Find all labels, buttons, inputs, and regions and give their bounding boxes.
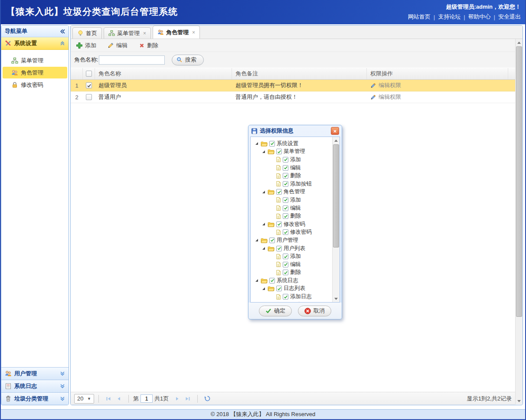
tree-checkbox[interactable] (283, 165, 288, 171)
tree-checkbox[interactable] (283, 173, 288, 179)
tree-checkbox[interactable] (269, 278, 275, 283)
tree-node[interactable]: 日志列表 (251, 285, 332, 293)
last-page-button[interactable] (183, 394, 193, 404)
tree-checkbox[interactable] (283, 181, 288, 187)
first-page-button[interactable] (103, 394, 114, 404)
prev-page-button[interactable] (114, 394, 124, 404)
tree-node[interactable]: 添加日志 (251, 293, 332, 301)
tree-checkbox[interactable] (269, 238, 275, 243)
sidebar-item-menu-management[interactable]: 菜单管理 (3, 55, 67, 66)
tree-node[interactable]: 删除 (251, 269, 332, 277)
tree-node[interactable]: 添加 (251, 252, 332, 260)
role-name-input[interactable] (99, 55, 165, 65)
chevron-up-icon[interactable] (60, 41, 65, 46)
dialog-titlebar[interactable]: 选择权限信息 × (250, 125, 340, 137)
tab-close-icon[interactable]: × (192, 29, 195, 36)
expand-arrow-icon[interactable] (255, 279, 259, 282)
expand-arrow-icon[interactable] (262, 222, 266, 226)
tree-checkbox[interactable] (269, 141, 275, 147)
tree-node-label[interactable]: 编辑 (290, 205, 301, 212)
main-scrollbar[interactable] (515, 39, 523, 404)
tree-node-label[interactable]: 系统日志 (277, 277, 298, 284)
tree-checkbox[interactable] (283, 157, 288, 163)
tree-node-label[interactable]: 日志列表 (284, 285, 305, 292)
tree-node[interactable]: 用户管理 (251, 236, 332, 244)
tree-node[interactable]: 系统设置 (251, 140, 332, 148)
tree-node-label[interactable]: 用户管理 (277, 237, 298, 244)
tree-checkbox[interactable] (276, 221, 282, 227)
table-row[interactable]: 1 超级管理员 超级管理员拥有一切权限！ 编辑权限 (71, 80, 515, 91)
expand-arrow-icon[interactable] (262, 287, 266, 290)
tree-node-label[interactable]: 编辑 (290, 164, 301, 172)
cancel-button[interactable]: 取消 (298, 306, 331, 316)
tree-node-label[interactable]: 菜单管理 (284, 148, 305, 155)
scrollbar-thumb[interactable] (333, 144, 339, 247)
tree-checkbox[interactable] (283, 302, 288, 303)
tree-node[interactable]: 删除 (251, 301, 332, 303)
refresh-icon[interactable] (202, 394, 212, 404)
tree-node[interactable]: 编辑 (251, 164, 332, 172)
dialog-scrollbar[interactable] (332, 137, 340, 302)
link-logout[interactable]: 安全退出 (498, 13, 521, 21)
tree-node[interactable]: 角色管理 (251, 188, 332, 196)
tree-node-label[interactable]: 添加 (290, 253, 301, 260)
tree-node-label[interactable]: 修改密码 (290, 228, 312, 236)
tree-node[interactable]: 编辑 (251, 204, 332, 212)
tree-checkbox[interactable] (276, 189, 282, 195)
tree-node-label[interactable]: 系统设置 (277, 140, 298, 147)
edit-permission-link[interactable]: 编辑权限 (370, 81, 401, 89)
edit-permission-link[interactable]: 编辑权限 (370, 93, 401, 101)
sidebar-section-garbage-classification[interactable]: 垃圾分类管理 (1, 392, 69, 405)
tree-node[interactable]: 菜单管理 (251, 148, 332, 156)
row-checkbox[interactable] (86, 82, 92, 88)
tree-checkbox[interactable] (276, 149, 282, 154)
link-help-center[interactable]: 帮助中心 (468, 13, 491, 21)
tree-node[interactable]: 删除 (251, 212, 332, 220)
table-row[interactable]: 2 普通用户 普通用户，请自由授权！ 编辑权限 (71, 91, 515, 103)
sidebar-section-system-log[interactable]: 系统日志 (1, 380, 69, 392)
expand-arrow-icon[interactable] (255, 142, 259, 145)
tree-node[interactable]: 编辑 (251, 260, 332, 269)
tab-role-management[interactable]: 角色管理 × (153, 26, 200, 39)
page-number-input[interactable] (140, 394, 153, 403)
tree-node-label[interactable]: 添加 (290, 196, 301, 204)
link-site-home[interactable]: 网站首页 (408, 13, 431, 21)
scroll-up-icon[interactable] (516, 39, 523, 46)
scroll-down-icon[interactable] (333, 295, 340, 302)
scrollbar-thumb[interactable] (516, 46, 522, 317)
tab-menu-management[interactable]: 菜单管理 × (104, 27, 151, 39)
tree-node[interactable]: 修改密码 (251, 220, 332, 228)
expand-arrow-icon[interactable] (262, 190, 266, 194)
tree-node-label[interactable]: 编辑 (290, 261, 301, 268)
tree-node[interactable]: 添加 (251, 156, 332, 164)
chevron-down-icon[interactable] (60, 396, 65, 401)
edit-button[interactable]: 编辑 (108, 42, 127, 49)
tree-node-label[interactable]: 添加日志 (290, 293, 312, 300)
tree-checkbox[interactable] (276, 286, 282, 291)
scroll-up-icon[interactable] (333, 137, 340, 144)
sidebar-section-user-management[interactable]: 用户管理 (1, 367, 69, 380)
sidebar-item-role-management[interactable]: 角色管理 (3, 67, 67, 78)
tree-checkbox[interactable] (283, 205, 288, 211)
tab-home[interactable]: 首页 (72, 27, 102, 39)
chevron-down-icon[interactable] (60, 384, 65, 389)
tree-checkbox[interactable] (283, 294, 288, 300)
tree-node-label[interactable]: 删除 (290, 269, 301, 276)
tree-checkbox[interactable] (283, 254, 288, 259)
link-support-forum[interactable]: 支持论坛 (438, 13, 461, 21)
tree-checkbox[interactable] (283, 229, 288, 235)
tree-node[interactable]: 修改密码 (251, 228, 332, 237)
search-button[interactable]: 搜索 (172, 55, 204, 65)
tree-node[interactable]: 添加 (251, 196, 332, 204)
next-page-button[interactable] (172, 394, 183, 404)
expand-arrow-icon[interactable] (262, 150, 266, 153)
tree-node-label[interactable]: 删除 (290, 212, 301, 220)
delete-button[interactable]: 删除 (139, 42, 158, 49)
tab-close-icon[interactable]: × (143, 30, 146, 36)
close-icon[interactable]: × (331, 127, 339, 135)
tree-node-label[interactable]: 角色管理 (284, 188, 305, 195)
expand-arrow-icon[interactable] (255, 238, 259, 242)
expand-arrow-icon[interactable] (262, 247, 266, 250)
tree-node-label[interactable]: 添加按钮 (290, 180, 312, 188)
tree-checkbox[interactable] (283, 197, 288, 203)
